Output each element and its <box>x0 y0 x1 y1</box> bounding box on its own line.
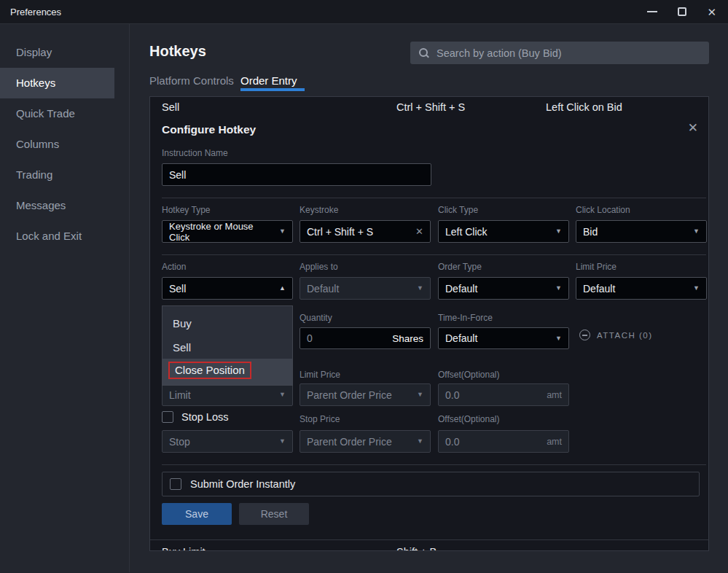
limit-price-default-dropdown[interactable]: Default ▼ <box>576 277 707 300</box>
sidebar-item-columns[interactable]: Columns <box>0 129 129 160</box>
main-content: Hotkeys Platform Controls Order Entry Se… <box>130 24 728 572</box>
limit-offset-label: Offset(Optional) <box>438 370 499 380</box>
instruction-name-value: Sell <box>169 169 186 181</box>
stop-order-value: Stop <box>169 436 190 448</box>
quantity-input[interactable]: 0 Shares <box>300 327 431 349</box>
order-type-label: Order Type <box>438 262 482 272</box>
stop-order-dropdown[interactable]: Stop ▼ <box>162 430 293 453</box>
submit-order-instantly-checkbox[interactable] <box>170 478 181 490</box>
click-type-dropdown[interactable]: Left Click ▼ <box>438 220 569 243</box>
action-value: Sell <box>169 283 186 295</box>
limit-price-value: Parent Order Price <box>307 389 392 401</box>
limit-price-default-label: Limit Price <box>576 262 617 272</box>
limit-price-dropdown[interactable]: Parent Order Price ▼ <box>300 383 431 406</box>
divider <box>162 464 706 465</box>
action-dropdown[interactable]: Sell ▲ <box>162 277 293 300</box>
next-hotkey-row-keystroke[interactable]: Shift + B <box>396 546 437 551</box>
close-position-highlight-box[interactable]: Close Position <box>168 362 251 379</box>
hotkey-type-value: Keystroke or Mouse Click <box>169 221 275 243</box>
stop-price-dropdown[interactable]: Parent Order Price ▼ <box>300 430 431 453</box>
tab-order-entry[interactable]: Order Entry <box>240 74 297 87</box>
submit-order-instantly-label: Submit Order Instantly <box>190 478 295 490</box>
hotkey-row-keystroke[interactable]: Ctrl + Shift + S <box>396 101 465 113</box>
limit-offset-unit: amt <box>547 390 562 400</box>
applies-to-label: Applies to <box>300 262 338 272</box>
hotkey-row-click[interactable]: Left Click on Bid <box>546 101 622 113</box>
stop-loss-checkbox-row[interactable]: Stop Loss <box>162 411 229 423</box>
action-option-buy[interactable]: Buy <box>173 317 192 330</box>
window-controls: ✕ <box>647 7 716 17</box>
chevron-down-icon: ▼ <box>412 285 423 292</box>
limit-price-default-value: Default <box>583 283 615 295</box>
window-close-icon[interactable]: ✕ <box>707 7 716 17</box>
time-in-force-dropdown[interactable]: Default ▼ <box>438 327 569 349</box>
attach-label: ATTACH (0) <box>597 331 653 340</box>
search-box[interactable] <box>410 42 709 64</box>
chevron-down-icon: ▼ <box>551 335 562 342</box>
stop-offset-label: Offset(Optional) <box>438 414 499 424</box>
applies-to-dropdown[interactable]: Default ▼ <box>300 277 431 300</box>
save-button[interactable]: Save <box>162 503 232 525</box>
chevron-down-icon: ▼ <box>412 438 423 445</box>
order-type-dropdown[interactable]: Default ▼ <box>438 277 569 300</box>
limit-price-label: Limit Price <box>300 370 340 380</box>
action-option-close-position[interactable]: Close Position <box>163 359 292 385</box>
chevron-down-icon: ▼ <box>689 228 700 235</box>
applies-to-value: Default <box>307 283 339 295</box>
attach-button[interactable]: ATTACH (0) <box>579 330 653 340</box>
sidebar-item-trading[interactable]: Trading <box>0 160 129 190</box>
click-location-dropdown[interactable]: Bid ▼ <box>576 220 707 243</box>
hotkeys-panel: Sell Ctrl + Shift + S Left Click on Bid … <box>149 96 709 551</box>
stop-offset-input[interactable]: 0.0 amt <box>438 430 569 453</box>
configure-hotkey-title: Configure Hotkey <box>162 123 256 136</box>
chevron-down-icon: ▼ <box>275 438 286 445</box>
instruction-name-input[interactable]: Sell <box>162 163 431 186</box>
titlebar: Preferences ✕ <box>0 0 728 24</box>
instruction-name-label: Instruction Name <box>162 148 228 158</box>
click-location-label: Click Location <box>576 205 630 215</box>
search-input[interactable] <box>437 47 700 59</box>
tab-platform-controls[interactable]: Platform Controls <box>149 74 234 87</box>
action-option-sell[interactable]: Sell <box>173 341 191 354</box>
hotkey-row-action[interactable]: Sell <box>162 101 179 113</box>
quantity-unit: Shares <box>392 333 423 344</box>
sidebar-item-quick-trade[interactable]: Quick Trade <box>0 98 129 129</box>
stop-offset-value: 0.0 <box>445 436 459 448</box>
quantity-value: 0 <box>307 332 313 344</box>
limit-order-dropdown[interactable]: Limit ▼ <box>162 383 293 406</box>
keystroke-value: Ctrl + Shift + S <box>307 226 373 238</box>
hotkey-type-dropdown[interactable]: Keystroke or Mouse Click ▼ <box>162 220 293 243</box>
sidebar-item-lock-and-exit[interactable]: Lock and Exit <box>0 221 129 252</box>
keystroke-input[interactable]: Ctrl + Shift + S ✕ <box>300 220 431 243</box>
divider <box>162 198 706 198</box>
action-dropdown-list: Buy Sell Close Position <box>162 305 293 386</box>
sidebar-item-hotkeys[interactable]: Hotkeys <box>0 68 114 98</box>
sidebar-item-messages[interactable]: Messages <box>0 190 129 221</box>
minimize-icon[interactable] <box>647 11 657 12</box>
divider <box>162 254 706 255</box>
active-tab-underline <box>240 88 305 91</box>
configure-close-icon[interactable]: ✕ <box>688 120 698 136</box>
chevron-down-icon: ▼ <box>275 228 286 235</box>
limit-order-value: Limit <box>169 389 191 401</box>
minus-circle-icon <box>579 330 590 340</box>
reset-button[interactable]: Reset <box>239 503 309 525</box>
time-in-force-value: Default <box>445 332 477 344</box>
limit-offset-input[interactable]: 0.0 amt <box>438 383 569 406</box>
next-hotkey-row-action[interactable]: Buy Limit <box>162 546 206 551</box>
limit-offset-value: 0.0 <box>445 389 459 401</box>
click-type-value: Left Click <box>445 226 488 238</box>
sidebar: Display Hotkeys Quick Trade Columns Trad… <box>0 24 130 572</box>
time-in-force-label: Time-In-Force <box>438 313 493 323</box>
submit-order-instantly-row[interactable]: Submit Order Instantly <box>162 472 700 496</box>
stop-loss-checkbox[interactable] <box>162 411 173 423</box>
window-title: Preferences <box>10 7 61 17</box>
stop-price-value: Parent Order Price <box>307 436 392 448</box>
chevron-up-icon: ▲ <box>275 285 286 292</box>
maximize-icon[interactable] <box>678 7 686 16</box>
clear-keystroke-icon[interactable]: ✕ <box>415 227 423 236</box>
click-location-value: Bid <box>583 226 598 238</box>
action-label: Action <box>162 262 186 272</box>
hotkey-type-label: Hotkey Type <box>162 205 210 215</box>
sidebar-item-display[interactable]: Display <box>0 37 129 68</box>
